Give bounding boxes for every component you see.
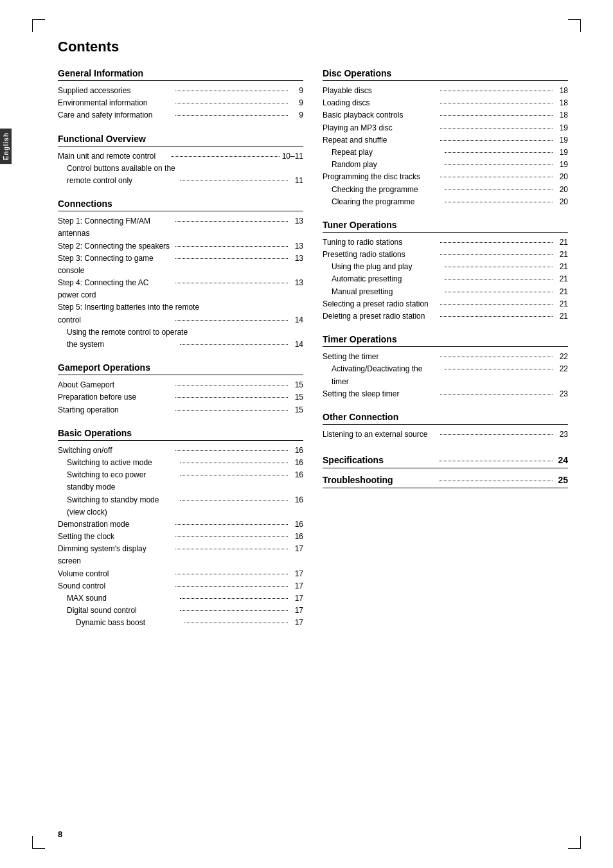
dots — [180, 500, 288, 500]
toc-item-label: Step 5: Inserting batteries into the rem… — [58, 301, 303, 314]
toc-item-label: Setting the timer — [323, 351, 438, 363]
toc-item-label: Demonstration mode — [58, 518, 173, 531]
toc-item-label: Switching on/off — [58, 445, 173, 457]
section-title: Connections — [58, 199, 303, 211]
dots — [175, 397, 288, 398]
dots — [175, 320, 288, 321]
dots — [440, 304, 553, 305]
dots — [180, 610, 288, 611]
dots — [175, 410, 288, 411]
dots — [440, 242, 553, 243]
toc-item: the system14 — [58, 339, 303, 351]
toc-item-page: 10–11 — [282, 150, 303, 163]
toc-item: Digital sound control17 — [58, 605, 303, 617]
toc-item: Manual presetting21 — [323, 286, 568, 298]
toc-item-label: Supplied accessories — [58, 85, 173, 97]
bold-section-label: Specifications — [323, 455, 436, 465]
dots — [440, 128, 553, 128]
toc-item-label: Random play — [323, 159, 442, 171]
toc-item: Repeat play19 — [323, 146, 568, 159]
dots — [175, 586, 288, 587]
toc-item-page: 19 — [555, 146, 568, 159]
toc-item: Setting the sleep timer23 — [323, 388, 568, 400]
toc-item-page: 18 — [555, 109, 568, 121]
toc-item-label: Dynamic bass boost — [58, 617, 182, 629]
toc-section-gameport-operations: Gameport OperationsAbout Gameport15Prepa… — [58, 362, 303, 416]
toc-item-label: Basic playback controls — [323, 109, 438, 121]
toc-item-label: Playing an MP3 disc — [323, 122, 438, 134]
toc-item: Switching to standby mode (view clock)16 — [58, 494, 303, 518]
dots — [445, 202, 553, 202]
toc-section-disc-operations: Disc OperationsPlayable discs18Loading d… — [323, 68, 568, 208]
dots — [439, 481, 553, 481]
toc-item: Playable discs18 — [323, 85, 568, 97]
toc-item-label: Tuning to radio stations — [323, 236, 438, 249]
dots — [445, 292, 553, 292]
toc-item-page: 18 — [555, 85, 568, 97]
dots — [171, 156, 279, 157]
dots — [175, 385, 288, 385]
toc-item-page: 20 — [555, 196, 568, 208]
bold-section-troubleshooting: Troubleshooting25 — [323, 472, 568, 488]
toc-item-label: Activating/Deactivating the timer — [323, 363, 442, 387]
toc-item: Main unit and remote control10–11 — [58, 150, 303, 163]
toc-item: Step 1: Connecting FM/AM antennas13 — [58, 215, 303, 240]
toc-item-page: 17 — [290, 568, 303, 580]
toc-item-page: 17 — [290, 580, 303, 592]
page: English 8 Contents General InformationSu… — [0, 0, 613, 868]
dots — [440, 103, 553, 103]
dots — [175, 450, 288, 451]
toc-section-basic-operations: Basic OperationsSwitching on/off16Switch… — [58, 428, 303, 630]
dots — [175, 246, 288, 247]
toc-section-tuner-operations: Tuner OperationsTuning to radio stations… — [323, 220, 568, 323]
toc-item: Dimming system's display screen17 — [58, 543, 303, 567]
toc-item: Starting operation15 — [58, 404, 303, 416]
toc-item: Volume control17 — [58, 568, 303, 580]
bold-section-page: 25 — [555, 475, 568, 485]
bold-section-specifications: Specifications24 — [323, 452, 568, 468]
toc-item: Selecting a preset radio station21 — [323, 298, 568, 310]
toc-item-label: Switching to active mode — [58, 457, 177, 469]
toc-item: Control buttons available on the — [58, 163, 303, 175]
page-title: Contents — [58, 39, 568, 55]
toc-item: Clearing the programme20 — [323, 196, 568, 208]
toc-item-label: Sound control — [58, 580, 173, 592]
dots — [445, 190, 553, 190]
toc-item-page: 17 — [290, 617, 303, 629]
toc-item-label: Digital sound control — [58, 605, 177, 617]
toc-item-page: 13 — [290, 215, 303, 227]
toc-item-page: 21 — [555, 236, 568, 249]
toc-item-page: 16 — [290, 531, 303, 543]
dots — [175, 115, 288, 116]
dots — [180, 181, 288, 181]
toc-item-label: MAX sound — [58, 592, 177, 605]
toc-section-connections: ConnectionsStep 1: Connecting FM/AM ante… — [58, 199, 303, 351]
toc-item-label: Preparation before use — [58, 391, 173, 403]
toc-item: remote control only11 — [58, 175, 303, 187]
toc-item: Preparation before use15 — [58, 391, 303, 403]
toc-item: control14 — [58, 314, 303, 326]
toc-item-label: Manual presetting — [323, 286, 442, 298]
toc-item-page: 16 — [290, 457, 303, 469]
section-title: Tuner Operations — [323, 220, 568, 233]
bold-section-label: Troubleshooting — [323, 475, 436, 485]
toc-item-page: 21 — [555, 273, 568, 285]
toc-item-page: 15 — [290, 379, 303, 391]
dots — [440, 254, 553, 255]
toc-item-label: Control buttons available on the — [58, 163, 303, 175]
toc-columns: General InformationSupplied accessories9… — [58, 68, 568, 641]
toc-item-label: Main unit and remote control — [58, 150, 168, 163]
toc-item: Step 5: Inserting batteries into the rem… — [58, 301, 303, 314]
dots — [440, 177, 553, 177]
dots — [440, 140, 553, 141]
toc-item: Step 4: Connecting the AC power cord13 — [58, 277, 303, 301]
dots — [180, 475, 288, 475]
toc-item-page: 9 — [290, 109, 303, 121]
corner-mark-bl — [32, 836, 45, 849]
toc-item-label: Volume control — [58, 568, 173, 580]
toc-item-page: 9 — [290, 85, 303, 97]
toc-item-label: Playable discs — [323, 85, 438, 97]
toc-item: Loading discs18 — [323, 97, 568, 109]
toc-item: Step 3: Connecting to game console13 — [58, 252, 303, 277]
toc-item: MAX sound17 — [58, 592, 303, 605]
